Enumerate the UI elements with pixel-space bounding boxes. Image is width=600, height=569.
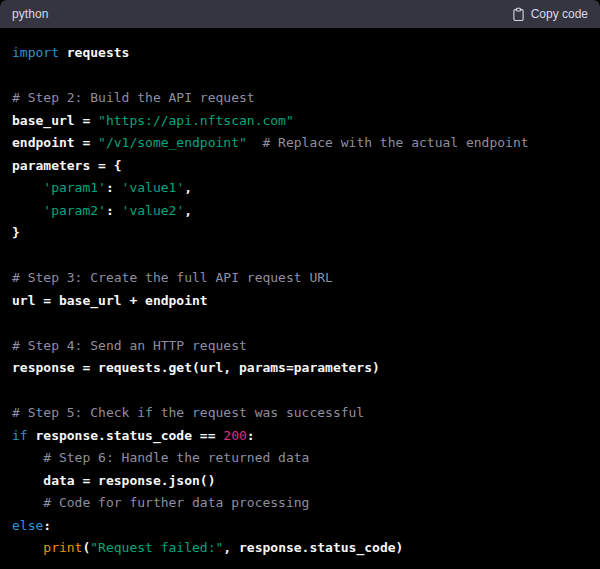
code-line: } bbox=[12, 222, 588, 245]
code-line: if response.status_code == 200: bbox=[12, 425, 588, 448]
code-line: else: bbox=[12, 515, 588, 538]
code-line: # Step 4: Send an HTTP request bbox=[12, 335, 588, 358]
code-line: # Code for further data processing bbox=[12, 492, 588, 515]
code-content: import requests# Step 2: Build the API r… bbox=[0, 28, 600, 569]
code-line: base_url = "https://api.nftscan.com" bbox=[12, 110, 588, 133]
code-line: response = requests.get(url, params=para… bbox=[12, 357, 588, 380]
code-line: import requests bbox=[12, 42, 588, 65]
code-block: python Copy code import requests# Step 2… bbox=[0, 0, 600, 569]
code-line: 'param1': 'value1', bbox=[12, 177, 588, 200]
code-line bbox=[12, 245, 588, 268]
code-header: python Copy code bbox=[0, 0, 600, 28]
code-line: parameters = { bbox=[12, 155, 588, 178]
code-line: # Step 2: Build the API request bbox=[12, 87, 588, 110]
code-line: print("Request failed:", response.status… bbox=[12, 537, 588, 560]
clipboard-icon bbox=[512, 7, 525, 22]
copy-code-label: Copy code bbox=[531, 7, 588, 21]
code-line: 'param2': 'value2', bbox=[12, 200, 588, 223]
code-line bbox=[12, 312, 588, 335]
code-line: # Step 6: Handle the returned data bbox=[12, 447, 588, 470]
code-line: data = response.json() bbox=[12, 470, 588, 493]
code-line: endpoint = "/v1/some_endpoint" # Replace… bbox=[12, 132, 588, 155]
code-line: url = base_url + endpoint bbox=[12, 290, 588, 313]
code-line: # Step 3: Create the full API request UR… bbox=[12, 267, 588, 290]
code-line bbox=[12, 380, 588, 403]
code-line: # Step 5: Check if the request was succe… bbox=[12, 402, 588, 425]
copy-code-button[interactable]: Copy code bbox=[510, 5, 590, 24]
code-line bbox=[12, 65, 588, 88]
language-label: python bbox=[12, 7, 49, 21]
